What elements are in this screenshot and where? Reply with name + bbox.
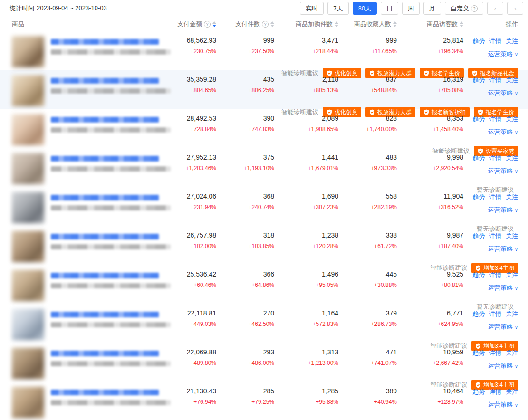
operation-strategy-link[interactable]: 运营策略 ∨ — [488, 401, 518, 408]
product-title-redacted[interactable] — [51, 117, 159, 123]
range-button-月[interactable]: 月? — [423, 2, 441, 15]
action-link-趋势[interactable]: 趋势 — [472, 154, 485, 162]
cart-adds-cell: 3,471 +218.44% — [274, 32, 338, 67]
product-title-redacted[interactable] — [51, 195, 159, 200]
sort-icon[interactable] — [212, 21, 216, 27]
action-link-关注[interactable]: 关注 — [506, 76, 518, 84]
action-link-详情[interactable]: 详情 — [489, 193, 501, 200]
product-title-redacted[interactable] — [51, 390, 159, 395]
operation-strategy-link[interactable]: 运营策略 ∨ — [488, 245, 518, 252]
product-title-redacted[interactable] — [51, 234, 159, 239]
table-row: 22,069.88 +489.80% 293 +486.00% 1,313 +1… — [0, 343, 528, 382]
action-link-关注[interactable]: 关注 — [506, 349, 518, 356]
action-link-关注[interactable]: 关注 — [506, 154, 518, 162]
action-link-详情[interactable]: 详情 — [489, 115, 501, 123]
sort-desc-icon[interactable] — [270, 25, 274, 27]
product-title-redacted[interactable] — [51, 351, 159, 356]
action-link-趋势[interactable]: 趋势 — [472, 349, 485, 356]
product-image[interactable] — [12, 231, 44, 262]
operation-strategy-link[interactable]: 运营策略 ∨ — [488, 284, 518, 291]
action-link-趋势[interactable]: 趋势 — [472, 388, 485, 395]
action-link-关注[interactable]: 关注 — [506, 388, 518, 395]
next-page-button[interactable]: › — [507, 2, 523, 15]
product-image[interactable] — [12, 75, 44, 106]
action-link-详情[interactable]: 详情 — [489, 310, 501, 317]
sort-icon[interactable] — [270, 21, 274, 27]
range-button-7天[interactable]: 7天? — [327, 2, 348, 15]
product-image[interactable] — [12, 114, 44, 145]
operation-strategy-link[interactable]: 运营策略 ∨ — [488, 89, 518, 96]
favorites-change: +61.72% — [338, 243, 397, 249]
action-link-详情[interactable]: 详情 — [489, 349, 501, 356]
operation-strategy-link[interactable]: 运营策略 ∨ — [488, 128, 518, 135]
action-link-关注[interactable]: 关注 — [506, 38, 518, 45]
action-link-关注[interactable]: 关注 — [506, 115, 518, 123]
product-image[interactable] — [12, 387, 44, 418]
sort-desc-icon[interactable] — [212, 25, 216, 27]
column-header[interactable]: 支付件数 ? — [216, 20, 274, 29]
action-link-详情[interactable]: 详情 — [489, 232, 501, 239]
action-link-详情[interactable]: 详情 — [489, 271, 501, 278]
product-title-redacted[interactable] — [51, 312, 159, 317]
product-title-redacted[interactable] — [51, 39, 159, 45]
action-link-趋势[interactable]: 趋势 — [472, 232, 485, 239]
action-link-关注[interactable]: 关注 — [506, 310, 518, 317]
column-header[interactable]: 操作 ? — [463, 20, 518, 29]
action-link-详情[interactable]: 详情 — [489, 76, 501, 84]
action-link-趋势[interactable]: 趋势 — [472, 38, 485, 45]
product-image[interactable] — [12, 36, 44, 67]
action-link-趋势[interactable]: 趋势 — [472, 271, 485, 278]
column-header[interactable]: 商品访客数 ? — [397, 20, 463, 29]
operation-strategy-link[interactable]: 运营策略 ∨ — [488, 167, 518, 174]
operation-strategy-link[interactable]: 运营策略 ∨ — [488, 50, 518, 57]
action-link-趋势[interactable]: 趋势 — [472, 310, 485, 317]
product-image[interactable] — [12, 348, 44, 379]
favorites-cell: 471 +741.07% — [338, 344, 397, 379]
range-button-日[interactable]: 日? — [381, 2, 398, 15]
cart-adds-value: 1,285 — [274, 387, 338, 395]
favorites-value: 445 — [338, 270, 397, 278]
chevron-down-icon: ∨ — [515, 363, 518, 369]
sort-asc-icon[interactable] — [460, 21, 463, 24]
sort-desc-icon[interactable] — [335, 25, 338, 27]
action-link-趋势[interactable]: 趋势 — [472, 115, 485, 123]
range-button-周[interactable]: 周? — [402, 2, 420, 15]
operation-strategy-link[interactable]: 运营策略 ∨ — [488, 206, 518, 213]
sort-asc-icon[interactable] — [212, 21, 216, 24]
column-header[interactable]: 商品收藏人数 ? — [338, 20, 397, 29]
sort-asc-icon[interactable] — [335, 21, 338, 24]
sort-icon[interactable] — [335, 21, 338, 27]
sort-icon[interactable] — [393, 21, 397, 27]
column-header[interactable]: 商品 ? — [12, 20, 176, 29]
action-link-关注[interactable]: 关注 — [506, 271, 518, 278]
action-link-详情[interactable]: 详情 — [489, 154, 501, 162]
action-link-趋势[interactable]: 趋势 — [472, 193, 485, 200]
action-link-关注[interactable]: 关注 — [506, 193, 518, 200]
product-image[interactable] — [12, 153, 44, 184]
sort-icon[interactable] — [460, 21, 463, 27]
product-title-redacted[interactable] — [51, 273, 159, 278]
product-image[interactable] — [12, 192, 44, 223]
product-title-redacted[interactable] — [51, 156, 159, 162]
sort-asc-icon[interactable] — [270, 21, 274, 24]
column-header[interactable]: 支付金额 ? — [176, 20, 216, 29]
pay-items-change: +806.25% — [216, 87, 274, 94]
chevron-down-icon: ∨ — [515, 52, 518, 57]
sort-desc-icon[interactable] — [460, 25, 463, 27]
sort-asc-icon[interactable] — [393, 21, 397, 24]
operation-strategy-link[interactable]: 运营策略 ∨ — [488, 323, 518, 330]
range-button-自定义[interactable]: 自定义? — [445, 2, 483, 15]
action-link-详情[interactable]: 详情 — [489, 38, 501, 45]
product-title-redacted[interactable] — [51, 78, 159, 84]
action-link-关注[interactable]: 关注 — [506, 232, 518, 239]
operation-strategy-link[interactable]: 运营策略 ∨ — [488, 362, 518, 369]
range-button-30天[interactable]: 30天? — [353, 2, 377, 15]
product-image[interactable] — [12, 270, 44, 301]
action-link-详情[interactable]: 详情 — [489, 388, 501, 395]
product-image[interactable] — [12, 309, 44, 340]
prev-page-button[interactable]: ‹ — [487, 2, 503, 15]
sort-desc-icon[interactable] — [393, 25, 397, 27]
action-link-趋势[interactable]: 趋势 — [472, 76, 485, 84]
range-button-实时[interactable]: 实时? — [300, 2, 324, 15]
column-header[interactable]: 商品加购件数 ? — [274, 20, 338, 29]
